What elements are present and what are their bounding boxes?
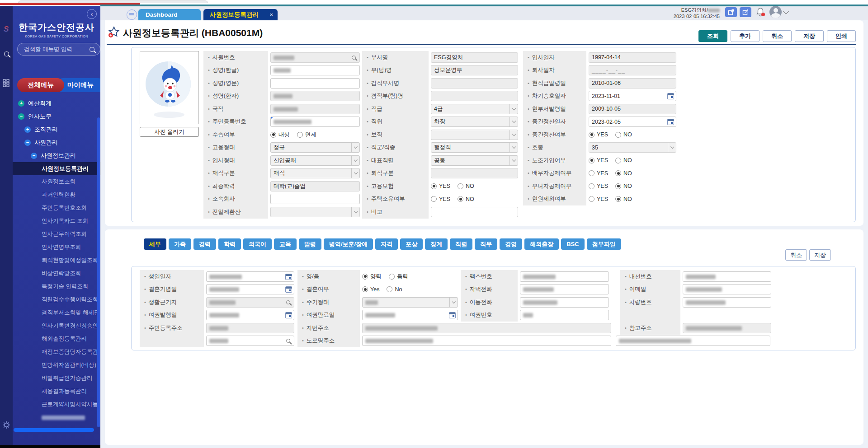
job-group-select[interactable]: 행정직	[431, 142, 518, 153]
select-caret-icon[interactable]	[668, 143, 676, 152]
sidebar-item-concurrent-dept-release[interactable]: 겸직부서조회및 해제관리	[13, 306, 97, 319]
sidebar-item-recruit-result-reg[interactable]: 채용결과등록관리	[13, 385, 97, 398]
sidebar-item-hr-record-change-approval[interactable]: 인사기록변경신청승인	[13, 319, 97, 332]
female-deduction-yn-option-NO[interactable]: NO	[615, 183, 632, 189]
interim-settle-yn-option-NO[interactable]: NO	[615, 131, 632, 138]
notifications-button[interactable]	[756, 7, 765, 18]
sidebar-item-retirement-schedule[interactable]: 퇴직현황및예정일조회	[13, 254, 97, 267]
sidebar-item-budget-accounting[interactable]: +예산회계	[13, 97, 97, 110]
married-yn-option-No[interactable]: No	[387, 286, 402, 293]
sidebar-item-past-personnel[interactable]: 과거인력현황	[13, 188, 97, 201]
select-caret-icon[interactable]	[509, 117, 518, 126]
birth-date-input[interactable]	[206, 271, 294, 282]
select-caret-icon[interactable]	[509, 104, 518, 114]
select-caret-icon[interactable]	[509, 130, 518, 140]
email-input[interactable]	[683, 284, 771, 294]
remarks-input[interactable]	[431, 207, 518, 217]
sidebar-item-emp-info-inquiry[interactable]: 사원정보조회	[13, 175, 97, 188]
home-phone-input[interactable]	[520, 284, 609, 294]
interim-settle-yn-option-YES[interactable]: YES	[589, 131, 608, 138]
ext-no-input[interactable]	[683, 271, 771, 282]
car-no-input[interactable]	[683, 297, 771, 308]
detail-tab-직무[interactable]: 직무	[475, 238, 497, 250]
calendar-type-option-양력[interactable]: 양력	[362, 273, 382, 280]
spouse-deduction-yn-option-NO[interactable]: NO	[615, 170, 632, 177]
sidebar-item-hr-roster[interactable]: 인사연명부조회	[13, 241, 97, 254]
detail-tab-경력[interactable]: 경력	[193, 238, 216, 250]
job-series-select[interactable]: 공통	[431, 155, 518, 166]
employment-insurance-option-NO[interactable]: NO	[458, 183, 474, 189]
sidebar-item-overseas-trip-reg[interactable]: 해외출장등록관리	[13, 332, 97, 345]
mobile-phone-input[interactable]	[520, 297, 609, 308]
toolbar-button-인쇄[interactable]: 인쇄	[827, 30, 856, 42]
detail-tab-경영[interactable]: 경영	[500, 238, 522, 250]
sidebar-vertical-scrollbar[interactable]	[97, 117, 100, 427]
select-caret-icon[interactable]	[509, 143, 518, 152]
name-kor-input[interactable]	[270, 65, 360, 75]
addr-road-input[interactable]	[362, 336, 611, 346]
employment-type-select[interactable]: 정규	[270, 142, 360, 153]
house-ownership-option-YES[interactable]: YES	[431, 196, 450, 202]
detail-tab-포상[interactable]: 포상	[400, 238, 423, 250]
favorite-star-icon[interactable]	[108, 26, 120, 40]
calendar-icon[interactable]	[667, 93, 674, 99]
union-member-yn-option-NO[interactable]: NO	[615, 157, 632, 163]
assignment-select[interactable]	[431, 130, 518, 140]
plus-icon[interactable]: +	[24, 126, 31, 133]
sidebar-item-hr-record-card[interactable]: 인사기록카드 조회	[13, 215, 97, 228]
detail-tab-병역/보훈/장애[interactable]: 병역/보훈/장애	[324, 238, 373, 250]
sidebar-collapse-button[interactable]	[87, 9, 97, 19]
search-icon[interactable]	[90, 47, 94, 52]
select-caret-icon[interactable]	[351, 168, 359, 178]
calendar-icon[interactable]	[667, 119, 674, 125]
interim-settle-date-input[interactable]: 2023-02-05	[589, 117, 676, 127]
detail-tab-교육[interactable]: 교육	[274, 238, 297, 250]
search-icon[interactable]	[352, 56, 356, 60]
search-icon[interactable]	[286, 339, 290, 343]
housing-type-select[interactable]	[362, 297, 458, 308]
select-caret-icon[interactable]	[351, 207, 359, 217]
service-status-select[interactable]: 재직	[270, 168, 360, 178]
tab-emp-info-reg[interactable]: 사원정보등록관리	[203, 9, 278, 20]
calendar-icon[interactable]	[285, 286, 292, 293]
sidebar-item-line-inspection-history[interactable]: 직렬검수수행이력조회	[13, 293, 97, 306]
sidebar-horizontal-scrollbar[interactable]	[14, 428, 94, 432]
section-button-저장[interactable]: 저장	[809, 249, 831, 261]
union-member-yn-option-YES[interactable]: YES	[589, 157, 608, 163]
sidebar-item-rrn-inquiry[interactable]: 주민등록번호조회	[13, 201, 97, 215]
minus-icon[interactable]: −	[18, 113, 24, 120]
minus-icon[interactable]: −	[24, 140, 31, 146]
search-icon[interactable]	[286, 300, 290, 304]
detail-tab-세부[interactable]: 세부	[144, 238, 166, 250]
sidebar-item-clipped-item[interactable]	[13, 411, 97, 424]
toolbar-button-추가[interactable]: 추가	[731, 30, 760, 42]
detail-tab-BSC[interactable]: BSC	[561, 238, 584, 250]
rrn-input[interactable]	[270, 117, 360, 127]
sidebar-item-labor-contract-reg[interactable]: 근로계약서및서약서등록관리	[13, 398, 97, 411]
spouse-deduction-yn-option-YES[interactable]: YES	[589, 170, 608, 177]
all-menu-tab[interactable]: 전체메뉴	[17, 78, 64, 92]
calendar-icon[interactable]	[449, 312, 456, 318]
photo-upload-button[interactable]: 사진 올리기	[140, 127, 199, 137]
affiliated-company-input[interactable]	[270, 194, 360, 204]
sidebar-item-emp-mgmt[interactable]: −사원관리	[13, 136, 97, 149]
detail-tab-첨부파일[interactable]: 첨부파일	[587, 238, 621, 250]
toolbar-button-취소[interactable]: 취소	[763, 30, 792, 42]
employment-insurance-option-YES[interactable]: YES	[431, 183, 450, 189]
calendar-icon[interactable]	[285, 274, 292, 280]
headcount-exclude-yn-option-YES[interactable]: YES	[589, 196, 608, 202]
house-ownership-option-NO[interactable]: NO	[458, 196, 474, 202]
open-new-window-button[interactable]	[725, 7, 737, 17]
detail-tab-외국어[interactable]: 외국어	[243, 238, 272, 250]
sidebar-item-special-skill[interactable]: 특정기술 인력조회	[13, 280, 97, 293]
detail-tab-학력[interactable]: 학력	[218, 238, 241, 250]
grade-select[interactable]: 4급	[431, 104, 518, 114]
detail-tab-자격[interactable]: 자격	[375, 238, 398, 250]
wedding-anniv-input[interactable]	[206, 284, 294, 294]
fax-no-input[interactable]	[520, 271, 609, 282]
duplicate-window-button[interactable]	[740, 7, 751, 17]
married-yn-option-Yes[interactable]: Yes	[362, 286, 379, 293]
select-caret-icon[interactable]	[351, 156, 359, 165]
sidebar-item-emp-info-mgmt[interactable]: −사원정보관리	[13, 149, 97, 162]
sidebar-item-security-clearance-mgmt[interactable]: 비밀취급인가증관리	[13, 372, 97, 385]
